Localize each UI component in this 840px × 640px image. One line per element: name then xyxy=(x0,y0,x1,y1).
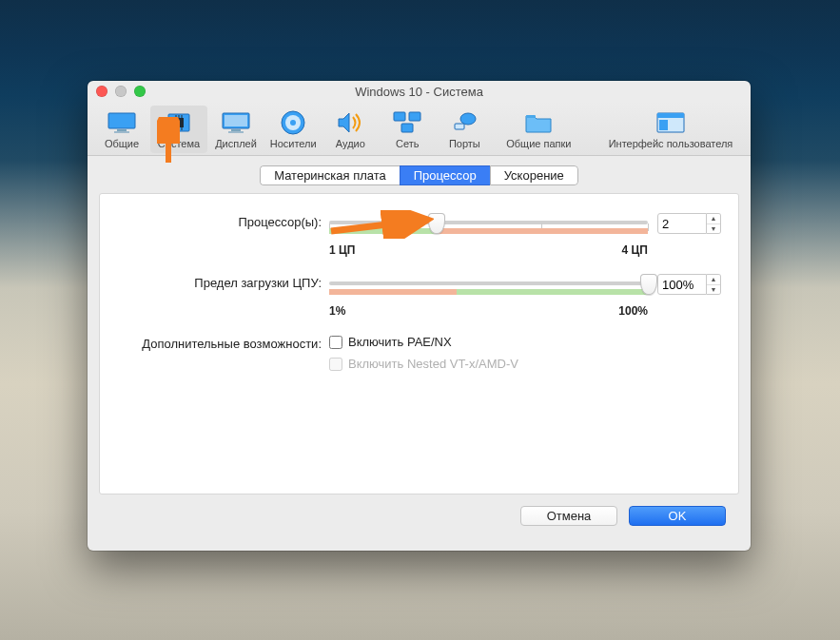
tab-label: Общие xyxy=(105,138,139,149)
nested-vt-checkbox xyxy=(329,358,342,371)
folder-icon xyxy=(523,109,554,136)
tab-acceleration[interactable]: Ускорение xyxy=(490,165,578,185)
nested-vt-label: Включить Nested VT-x/AMD-V xyxy=(348,357,518,371)
tab-label: Аудио xyxy=(336,138,365,149)
settings-window: Windows 10 - Система Общие Система Диспл… xyxy=(88,81,751,551)
tab-storage[interactable]: Носители xyxy=(264,106,322,153)
titlebar: Windows 10 - Система xyxy=(88,81,751,102)
cap-max-label: 100% xyxy=(618,304,648,318)
svg-rect-0 xyxy=(108,113,135,128)
minimize-window-button[interactable] xyxy=(115,86,127,97)
pae-nx-label: Включить PAE/NX xyxy=(348,335,452,349)
svg-rect-13 xyxy=(231,129,241,131)
display-icon xyxy=(221,109,251,136)
extra-features-label: Дополнительные возможности: xyxy=(117,335,329,351)
tab-label: Порты xyxy=(449,138,480,149)
window-layout-icon xyxy=(655,109,686,136)
tab-label: Носители xyxy=(270,138,317,149)
speaker-icon xyxy=(335,109,365,136)
pae-nx-checkbox[interactable] xyxy=(329,336,342,349)
cpu-max-label: 4 ЦП xyxy=(622,243,648,257)
tab-display[interactable]: Дисплей xyxy=(207,106,264,153)
cap-min-label: 1% xyxy=(329,304,345,318)
cancel-button[interactable]: Отмена xyxy=(520,506,617,526)
tab-user-interface[interactable]: Интерфейс пользователя xyxy=(596,106,745,153)
slider-thumb[interactable] xyxy=(428,213,445,234)
svg-rect-12 xyxy=(225,115,247,126)
settings-toolbar: Общие Система Дисплей Носители xyxy=(88,102,751,156)
execution-cap-input[interactable] xyxy=(657,274,707,295)
monitor-icon xyxy=(107,109,137,136)
tab-label: Общие папки xyxy=(506,138,571,149)
segmented-control: Материнская плата Процессор Ускорение xyxy=(260,165,578,185)
svg-rect-25 xyxy=(657,113,684,118)
desktop-background: Windows 10 - Система Общие Система Диспл… xyxy=(0,0,840,640)
svg-rect-2 xyxy=(114,131,129,133)
processors-label: Процессор(ы): xyxy=(117,213,329,229)
ok-button[interactable]: OK xyxy=(629,506,726,526)
tab-network[interactable]: Сеть xyxy=(379,106,436,153)
tab-label: Интерфейс пользователя xyxy=(609,138,733,149)
network-icon xyxy=(392,109,422,136)
tab-motherboard[interactable]: Материнская плата xyxy=(260,165,400,185)
stepper-down[interactable]: ▼ xyxy=(707,224,720,234)
svg-rect-22 xyxy=(455,124,464,129)
tab-label: Сеть xyxy=(396,138,419,149)
window-controls xyxy=(88,86,146,97)
nested-vt-option: Включить Nested VT-x/AMD-V xyxy=(329,357,518,371)
svg-rect-18 xyxy=(394,112,405,121)
disk-icon xyxy=(278,109,308,136)
stepper-up[interactable]: ▲ xyxy=(707,214,720,224)
cpu-min-label: 1 ЦП xyxy=(329,243,355,257)
tab-audio[interactable]: Аудио xyxy=(322,106,379,153)
svg-point-17 xyxy=(290,120,296,126)
slider-thumb[interactable] xyxy=(640,274,657,295)
svg-rect-23 xyxy=(526,115,536,118)
sub-tabs: Материнская плата Процессор Ускорение xyxy=(99,165,739,185)
tab-processor[interactable]: Процессор xyxy=(400,165,490,185)
tab-ports[interactable]: Порты xyxy=(436,106,493,153)
tab-general[interactable]: Общие xyxy=(93,106,150,153)
execution-cap-slider[interactable] xyxy=(329,274,648,293)
tab-system[interactable]: Система xyxy=(150,106,207,153)
stepper-down[interactable]: ▼ xyxy=(707,285,720,295)
svg-rect-1 xyxy=(117,129,127,131)
cpu-count-stepper[interactable]: ▲ ▼ xyxy=(707,213,721,234)
tab-shared-folders[interactable]: Общие папки xyxy=(493,106,584,153)
cpu-count-slider[interactable] xyxy=(329,213,648,232)
close-window-button[interactable] xyxy=(96,86,107,97)
zoom-window-button[interactable] xyxy=(134,86,146,97)
content-area: Материнская плата Процессор Ускорение Пр… xyxy=(88,156,751,551)
tab-label: Система xyxy=(158,138,200,149)
svg-rect-19 xyxy=(409,112,420,121)
execution-cap-stepper[interactable]: ▲ ▼ xyxy=(707,274,721,295)
svg-rect-14 xyxy=(228,131,244,133)
svg-rect-26 xyxy=(659,120,668,130)
execution-cap-label: Предел загрузки ЦПУ: xyxy=(117,274,329,290)
cpu-count-input[interactable] xyxy=(657,213,707,234)
window-title: Windows 10 - Система xyxy=(88,85,751,99)
svg-rect-4 xyxy=(174,118,184,127)
tab-label: Дисплей xyxy=(215,138,257,149)
processor-panel: Процессор(ы): xyxy=(99,193,739,495)
pae-nx-option[interactable]: Включить PAE/NX xyxy=(329,335,452,349)
svg-point-21 xyxy=(460,113,476,125)
svg-rect-20 xyxy=(401,124,413,132)
chip-icon xyxy=(164,109,194,136)
stepper-up[interactable]: ▲ xyxy=(707,275,720,285)
dialog-buttons: Отмена OK xyxy=(99,495,739,539)
usb-icon xyxy=(449,109,479,136)
